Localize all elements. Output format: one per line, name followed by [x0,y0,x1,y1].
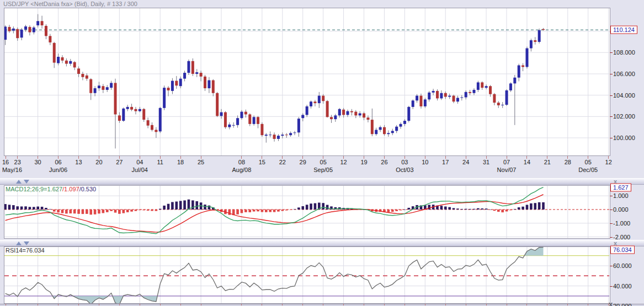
week-label: 13 [75,159,82,165]
week-label: 06 [55,159,61,165]
x-axis-tick [486,156,487,159]
rsi-splitter-bar[interactable]: x [0,240,644,246]
bottom-splitter-bar[interactable] [0,304,644,306]
week-label: 30 [35,159,41,165]
rsi-panel[interactable] [4,246,610,304]
macd-indicator-label: MACD12;26;9=1.627/1.097/0.530 [6,186,96,192]
week-label: 17 [442,159,449,165]
week-label: 28 [565,159,571,165]
collapse-down-icon[interactable] [24,241,29,245]
week-label: 22 [279,159,286,165]
week-label: 05 [320,159,327,165]
collapse-up-icon[interactable] [16,241,22,245]
week-label: 12 [605,159,612,165]
month-label: May/16 [2,167,22,173]
week-label: 20 [95,159,102,165]
week-label: 21 [544,159,551,165]
month-label: Sep/05 [313,167,333,173]
x-axis-tick [140,156,140,159]
x-axis-tick [180,156,181,159]
week-label: 04 [136,159,143,165]
macd-panel[interactable] [4,185,610,239]
price-axis-label: 100.000 [613,135,635,141]
rsi-axis-label: 40.000 [613,283,632,289]
macd-axis-label: -2.000 [613,234,630,240]
x-axis-tick [6,156,6,159]
week-label: 25 [198,159,204,165]
price-axis-label: 106.000 [613,71,635,77]
week-label: 15 [259,159,265,165]
price-axis-label: 108.000 [613,50,635,56]
price-axis-label: 104.000 [613,92,635,98]
week-label: 11 [157,159,163,165]
x-axis-tick [160,156,161,159]
macd-hist-value-label: /0.530 [79,186,97,192]
week-label: 26 [381,159,387,165]
price-axis-label: 110.000 [613,28,635,34]
collapse-down-icon[interactable] [24,180,29,184]
week-label: 07 [503,159,510,165]
x-axis-tick [567,156,568,159]
x-axis-tick [302,156,303,159]
x-axis-tick [343,156,344,159]
month-label: Jul/04 [132,167,148,173]
month-label: Dec/05 [578,167,598,173]
macd-axis-label: 1.000 [613,193,629,199]
x-axis-tick [99,156,99,159]
week-label: 12 [340,159,347,165]
x-axis-tick [78,156,79,159]
x-axis-tick [364,156,364,159]
week-label: 08 [238,159,245,165]
x-axis-tick [507,156,507,159]
week-label: 14 [524,159,530,165]
x-axis-tick [445,156,446,159]
macd-splitter-bar[interactable]: x [0,178,644,185]
x-axis-tick [405,156,405,159]
x-axis-tick [608,156,609,159]
rsi-value-box: 76.034 [610,245,635,254]
collapse-up-icon[interactable] [16,180,22,184]
x-axis-tick [58,156,58,159]
x-axis-tick [262,156,262,159]
week-label: 27 [116,159,123,165]
week-label: 19 [360,159,367,165]
x-axis-tick [547,156,547,159]
x-axis-tick [201,156,201,159]
week-label: 03 [401,159,408,165]
week-label: 29 [300,159,306,165]
close-macd-icon[interactable]: x [614,178,617,185]
x-axis-tick [466,156,466,159]
x-axis-tick [38,156,38,159]
month-label: Oct/03 [396,167,413,173]
rsi-indicator-label: RSI14=76.034 [6,247,45,254]
x-axis-tick [17,156,18,159]
x-axis-tick [323,156,323,159]
week-label: 24 [462,159,469,165]
current-price-box: 110.124 [610,26,637,34]
macd-value-label: MACD12;26;9=1.627 [6,186,62,192]
month-label: Aug/08 [232,167,251,173]
x-axis-tick [588,156,588,159]
month-label: Jun/06 [49,167,67,173]
x-axis-tick [425,156,425,159]
macd-axis-label: 0.000 [613,207,629,213]
rsi-axis-label: 60.000 [613,263,632,269]
x-axis-tick [241,156,242,159]
x-axis-tick [282,156,283,159]
close-rsi-icon[interactable]: x [614,240,617,246]
chart-title: USD/JPY <NetDania fxa> (Bid), Daily, # 1… [3,1,137,7]
price-axis-label: 102.000 [613,114,635,120]
price-chart-panel[interactable] [4,8,610,156]
x-axis-tick [119,156,120,159]
close-bottom-icon[interactable]: x [609,300,613,306]
week-label: 23 [14,159,21,165]
week-label: 31 [483,159,489,165]
week-label: 10 [422,159,428,165]
x-axis-tick [384,156,385,159]
macd-signal-value-label: /1.097 [62,186,79,192]
week-label: 05 [585,159,592,165]
week-label: 16 [2,159,9,165]
week-label: 18 [177,159,184,165]
month-label: Nov/07 [497,167,517,173]
x-axis-tick [526,156,527,159]
